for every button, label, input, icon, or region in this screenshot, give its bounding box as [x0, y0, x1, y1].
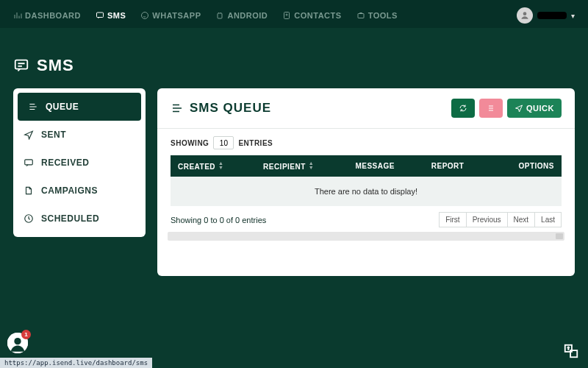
svg-rect-5	[358, 14, 364, 18]
svg-point-6	[523, 12, 527, 15]
chat-badge: 1	[21, 330, 31, 339]
col-message[interactable]: MESSAGE	[348, 155, 423, 177]
nav-label: CONTACTS	[294, 11, 341, 20]
sidebar-item-label: SCHEDULED	[41, 213, 99, 224]
showing-suffix: ENTRIES	[238, 139, 273, 147]
pager-next[interactable]: Next	[508, 212, 536, 227]
sms-icon	[13, 57, 29, 74]
nav-tools[interactable]: TOOLS	[356, 11, 398, 20]
sort-icon: ▲▼	[218, 161, 223, 170]
chat-button[interactable]: 1	[7, 333, 28, 353]
refresh-button[interactable]	[451, 99, 475, 118]
sidebar-item-campaigns[interactable]: CAMPAIGNS	[13, 177, 146, 205]
sidebar-item-label: SENT	[41, 130, 66, 140]
nav-label: TOOLS	[368, 11, 398, 20]
nav-label: DASHBOARD	[25, 11, 81, 20]
pager-first[interactable]: First	[439, 212, 466, 227]
empty-row: There are no data to display!	[171, 177, 562, 206]
main-panel: SMS QUEUE QUICK SHOWING ENTRIES CREATED▲…	[157, 88, 575, 276]
svg-rect-8	[25, 160, 33, 165]
contacts-icon	[282, 11, 291, 20]
svg-point-4	[286, 14, 287, 15]
svg-point-11	[14, 338, 21, 344]
divider	[157, 128, 575, 129]
nav-label: WHATSAPP	[152, 11, 201, 20]
svg-rect-2	[218, 13, 222, 18]
sidebar-item-label: CAMPAIGNS	[41, 185, 98, 196]
col-created[interactable]: CREATED▲▼	[171, 155, 256, 177]
avatar	[517, 7, 533, 24]
sidebar-item-received[interactable]: RECEIVED	[13, 149, 146, 177]
sidebar-item-scheduled[interactable]: SCHEDULED	[13, 205, 146, 233]
android-icon	[215, 11, 224, 20]
svg-point-1	[142, 13, 148, 19]
sidebar-item-label: QUEUE	[46, 102, 79, 112]
col-report[interactable]: REPORT	[424, 155, 491, 177]
top-nav: DASHBOARD SMS WHATSAPP ANDROID CONTACTS …	[13, 11, 398, 20]
nav-label: SMS	[107, 11, 126, 20]
sidebar-item-queue[interactable]: QUEUE	[18, 93, 141, 121]
showing-prefix: SHOWING	[171, 139, 209, 147]
quick-button-label: QUICK	[526, 104, 554, 113]
pager-last[interactable]: Last	[535, 212, 562, 227]
sort-icon: ▲▼	[309, 161, 314, 170]
scheduled-icon	[24, 213, 34, 224]
whatsapp-icon	[140, 11, 149, 20]
svg-rect-0	[97, 13, 104, 18]
queue-icon	[28, 102, 38, 112]
pager: First Previous Next Last	[439, 212, 562, 227]
campaigns-icon	[24, 185, 34, 196]
svg-rect-7	[15, 60, 28, 69]
empty-text: There are no data to display!	[171, 177, 562, 206]
col-options[interactable]: OPTIONS	[491, 155, 562, 177]
pager-prev[interactable]: Previous	[467, 212, 508, 227]
translate-button[interactable]	[563, 343, 579, 359]
showing-row: SHOWING ENTRIES	[171, 136, 562, 149]
nav-android[interactable]: ANDROID	[215, 11, 268, 20]
nav-sms[interactable]: SMS	[96, 11, 126, 20]
sent-icon	[24, 130, 34, 140]
queue-icon	[171, 102, 184, 115]
list-button[interactable]	[479, 99, 503, 118]
panel-title: SMS QUEUE	[190, 101, 271, 116]
nav-label: ANDROID	[227, 11, 268, 20]
horizontal-scrollbar[interactable]	[168, 232, 564, 241]
page-header: SMS	[0, 28, 588, 88]
quick-button[interactable]: QUICK	[507, 99, 562, 118]
queue-table: CREATED▲▼ RECIPIENT▲▼ MESSAGE REPORT OPT…	[171, 155, 562, 206]
nav-whatsapp[interactable]: WHATSAPP	[140, 11, 201, 20]
sidebar-item-sent[interactable]: SENT	[13, 121, 146, 149]
col-recipient[interactable]: RECIPIENT▲▼	[256, 155, 348, 177]
received-icon	[24, 158, 34, 168]
chevron-down-icon: ▾	[571, 12, 575, 20]
page-title: SMS	[37, 56, 74, 75]
user-name-redacted	[537, 12, 567, 19]
user-menu[interactable]: ▾	[517, 7, 575, 24]
dashboard-icon	[13, 11, 22, 20]
status-bar-url: https://app.isend.live/dashboard/sms	[0, 358, 152, 368]
nav-contacts[interactable]: CONTACTS	[282, 11, 341, 20]
footer-text: Showing 0 to 0 of 0 entries	[171, 216, 266, 224]
sms-sidebar: QUEUE SENT RECEIVED CAMPAIGNS SCHEDULED	[13, 88, 146, 237]
sidebar-item-label: RECEIVED	[41, 158, 89, 168]
tools-icon	[356, 11, 365, 20]
sms-icon	[96, 11, 104, 20]
entries-input[interactable]	[213, 136, 234, 149]
nav-dashboard[interactable]: DASHBOARD	[13, 11, 81, 20]
